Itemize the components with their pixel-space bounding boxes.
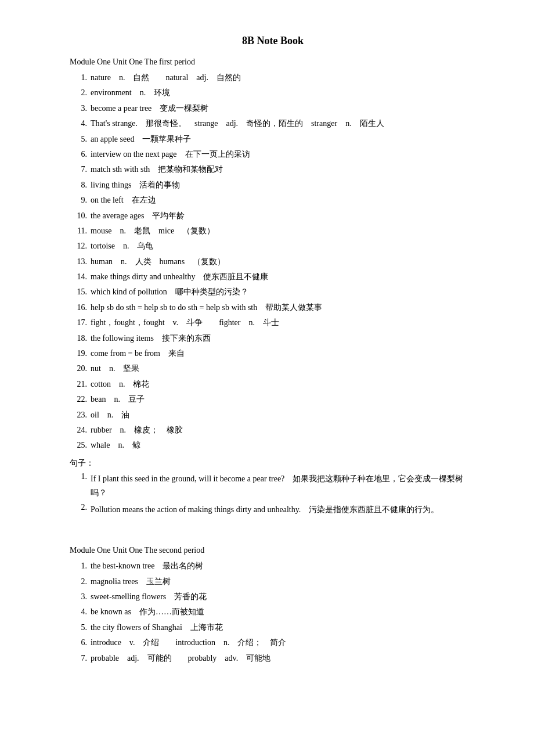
section1-sentence-list: 1.If I plant this seed in the ground, wi… <box>70 472 476 517</box>
item-number: 21. <box>70 380 87 389</box>
list-item: 6.interview on the next page 在下一页上的采访 <box>70 148 476 161</box>
item-number: 9. <box>70 196 87 205</box>
item-number: 6. <box>70 638 87 647</box>
item-text: environment n. 环境 <box>91 87 476 99</box>
item-text: sweet-smelling flowers 芳香的花 <box>91 591 476 603</box>
list-item: 4.That's strange. 那很奇怪。 strange adj. 奇怪的… <box>70 117 476 130</box>
section1-vocab-list: 1.nature n. 自然 natural adj. 自然的2.environ… <box>70 71 476 452</box>
list-item: 7.match sth with sth 把某物和某物配对 <box>70 163 476 176</box>
list-item: 11.mouse n. 老鼠 mice （复数） <box>70 225 476 237</box>
item-text: nut n. 坚果 <box>91 362 476 375</box>
item-number: 8. <box>70 181 87 190</box>
list-item: 24.rubber n. 橡皮； 橡胶 <box>70 424 476 437</box>
item-number: 2. <box>70 503 87 512</box>
list-item: 9.on the left 在左边 <box>70 194 476 207</box>
item-number: 22. <box>70 395 87 404</box>
item-text: whale n. 鲸 <box>91 439 476 452</box>
item-text: human n. 人类 humans （复数） <box>91 255 476 268</box>
item-number: 10. <box>70 211 87 221</box>
section2-heading: Module One Unit One The second period <box>70 546 476 555</box>
item-text: on the left 在左边 <box>91 194 476 207</box>
item-text: mouse n. 老鼠 mice （复数） <box>91 225 476 237</box>
item-number: 25. <box>70 441 87 450</box>
item-text: the city flowers of Shanghai 上海市花 <box>91 621 476 634</box>
item-text: living things 活着的事物 <box>91 179 476 192</box>
list-item: 14.make things dirty and unhealthy 使东西脏且… <box>70 271 476 283</box>
item-text: come from = be from 来自 <box>91 347 476 360</box>
item-number: 14. <box>70 272 87 282</box>
list-item: 3.sweet-smelling flowers 芳香的花 <box>70 591 476 603</box>
item-number: 4. <box>70 119 87 128</box>
section2-vocab-list: 1.the best-known tree 最出名的树2.magnolia tr… <box>70 560 476 665</box>
item-text: If I plant this seed in the ground, will… <box>91 472 476 500</box>
item-text: become a pear tree 变成一棵梨树 <box>91 102 476 115</box>
item-text: probable adj. 可能的 probably adv. 可能地 <box>91 652 476 665</box>
item-text: magnolia trees 玉兰树 <box>91 575 476 588</box>
item-text: rubber n. 橡皮； 橡胶 <box>91 424 476 437</box>
item-number: 15. <box>70 287 87 297</box>
list-item: 19.come from = be from 来自 <box>70 347 476 360</box>
item-text: the following items 接下来的东西 <box>91 332 476 345</box>
item-text: Pollution means the action of making thi… <box>91 503 476 517</box>
sentences-label: 句子： <box>70 458 476 469</box>
item-number: 24. <box>70 426 87 435</box>
list-item: 23.oil n. 油 <box>70 409 476 422</box>
item-text: the average ages 平均年龄 <box>91 210 476 222</box>
section1: Module One Unit One The first period 1.n… <box>70 57 476 517</box>
list-item: 1.the best-known tree 最出名的树 <box>70 560 476 573</box>
list-item: 15.which kind of pollution 哪中种类型的污染？ <box>70 286 476 298</box>
item-number: 13. <box>70 257 87 267</box>
item-text: help sb do sth = help sb to do sth = hel… <box>91 301 476 314</box>
list-item: 13.human n. 人类 humans （复数） <box>70 255 476 268</box>
item-text: That's strange. 那很奇怪。 strange adj. 奇怪的，陌… <box>91 117 476 130</box>
list-item: 21.cotton n. 棉花 <box>70 378 476 391</box>
item-number: 7. <box>70 165 87 174</box>
item-number: 19. <box>70 349 87 358</box>
item-text: fight，fought，fought v. 斗争 fighter n. 斗士 <box>91 316 476 329</box>
list-item: 25.whale n. 鲸 <box>70 439 476 452</box>
list-item: 1.nature n. 自然 natural adj. 自然的 <box>70 71 476 84</box>
item-text: nature n. 自然 natural adj. 自然的 <box>91 71 476 84</box>
item-text: which kind of pollution 哪中种类型的污染？ <box>91 286 476 298</box>
item-text: the best-known tree 最出名的树 <box>91 560 476 573</box>
item-text: match sth with sth 把某物和某物配对 <box>91 163 476 176</box>
list-item: 5.an apple seed 一颗苹果种子 <box>70 133 476 146</box>
item-number: 7. <box>70 654 87 663</box>
item-number: 23. <box>70 411 87 420</box>
item-text: cotton n. 棉花 <box>91 378 476 391</box>
list-item: 4.be known as 作为……而被知道 <box>70 606 476 618</box>
page-title: 8B Note Book <box>70 35 476 47</box>
item-text: oil n. 油 <box>91 409 476 422</box>
item-number: 5. <box>70 623 87 632</box>
item-number: 5. <box>70 135 87 144</box>
list-item: 17.fight，fought，fought v. 斗争 fighter n. … <box>70 316 476 329</box>
list-item: 2.environment n. 环境 <box>70 87 476 99</box>
list-item: 16.help sb do sth = help sb to do sth = … <box>70 301 476 314</box>
item-text: interview on the next page 在下一页上的采访 <box>91 148 476 161</box>
list-item: 1.If I plant this seed in the ground, wi… <box>70 472 476 500</box>
section2: Module One Unit One The second period 1.… <box>70 546 476 665</box>
list-item: 10.the average ages 平均年龄 <box>70 210 476 222</box>
item-number: 18. <box>70 334 87 343</box>
item-number: 3. <box>70 592 87 602</box>
item-number: 1. <box>70 561 87 571</box>
list-item: 18.the following items 接下来的东西 <box>70 332 476 345</box>
item-number: 3. <box>70 104 87 113</box>
item-text: bean n. 豆子 <box>91 393 476 406</box>
item-number: 6. <box>70 150 87 159</box>
item-number: 2. <box>70 577 87 586</box>
section1-heading: Module One Unit One The first period <box>70 57 476 67</box>
item-number: 20. <box>70 364 87 373</box>
item-text: an apple seed 一颗苹果种子 <box>91 133 476 146</box>
item-number: 2. <box>70 88 87 98</box>
list-item: 7.probable adj. 可能的 probably adv. 可能地 <box>70 652 476 665</box>
item-number: 17. <box>70 318 87 327</box>
list-item: 8.living things 活着的事物 <box>70 179 476 192</box>
list-item: 20.nut n. 坚果 <box>70 362 476 375</box>
item-text: make things dirty and unhealthy 使东西脏且不健康 <box>91 271 476 283</box>
item-text: tortoise n. 乌龟 <box>91 240 476 253</box>
item-number: 4. <box>70 607 87 617</box>
item-number: 12. <box>70 242 87 251</box>
item-number: 1. <box>70 73 87 82</box>
list-item: 2.magnolia trees 玉兰树 <box>70 575 476 588</box>
